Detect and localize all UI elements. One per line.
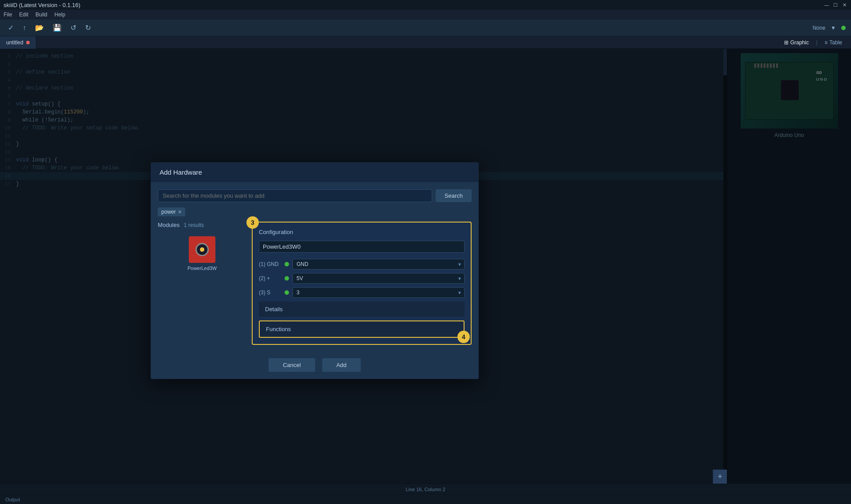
module-icon-ring [195,243,209,256]
modules-panel: Modules 1 results PowerLed3W [158,222,246,345]
pin-3-dot [285,290,289,295]
status-text: Line 16, Column 2 [406,487,445,492]
pin-3-select-wrapper: 3 ▼ [293,287,465,298]
modules-label: Modules [158,222,180,228]
pin-2-dot [285,276,289,281]
modal-body: Search power ✕ Modules 1 results [151,182,479,352]
menu-build[interactable]: Build [35,12,47,18]
pin-row-gnd: (1) GND GND ▼ [259,259,465,270]
graphic-label: Graphic [790,39,809,46]
details-section[interactable]: Details [259,301,465,317]
menu-help[interactable]: Help [55,12,66,18]
toolbar-right: None ▼ [812,25,846,31]
pin-row-s: (3) S 3 ▼ [259,287,465,298]
functions-label: Functions [266,326,291,332]
check-icon[interactable]: ✓ [5,23,16,33]
none-label: None [812,25,825,31]
tag-close-button[interactable]: ✕ [178,209,182,215]
search-input[interactable] [163,190,427,202]
module-name-powerled3w: PowerLed3W [187,266,217,271]
details-label: Details [265,306,283,313]
view-toggle: ⊞ Graphic | ≡ Table [781,39,851,47]
plus-button[interactable]: + [713,469,727,484]
functions-section[interactable]: Functions 4 [259,320,465,338]
config-panel: 3 Configuration (1) GND GND ▼ [252,222,472,345]
tag-row: power ✕ [158,207,472,216]
add-hardware-modal: Add Hardware Search power ✕ [151,162,479,379]
table-view-button[interactable]: ≡ Table [821,39,846,47]
module-icon-center [200,247,204,252]
modal-overlay: Add Hardware Search power ✕ [0,49,851,484]
graphic-view-button[interactable]: ⊞ Graphic [781,39,812,47]
table-icon: ≡ [824,39,828,46]
search-row: Search [158,189,472,202]
minimize-button[interactable]: — [824,2,830,8]
pin-row-plus: (2) + 5V ▼ [259,273,465,284]
modal-header: Add Hardware [151,162,479,182]
tab-untitled[interactable]: untitled [0,36,36,49]
save-icon[interactable]: 💾 [50,23,64,33]
main-area: 1 // include section 2 3 // define secti… [0,49,851,484]
green-dot [841,26,846,30]
config-title: Configuration [259,229,465,235]
status-bar: Line 16, Column 2 [0,484,851,494]
modal-footer: Cancel Add [151,352,479,379]
search-input-wrapper [158,189,432,202]
cancel-button[interactable]: Cancel [269,358,315,372]
pin-1-select-wrapper: GND ▼ [293,259,465,270]
pin-1-label: (1) GND [259,261,281,267]
step-4-badge: 4 [457,331,470,343]
grid-icon: ⊞ [784,39,789,46]
results-count: 1 results [184,222,204,228]
tab-modified-indicator [26,41,30,44]
modules-header: Modules 1 results [158,222,246,228]
toolbar-left: ✓ ↑ 📂 💾 ↺ ↻ [5,23,94,33]
app-title: skiiiD (Latest Version - 0.1.16) [4,2,80,8]
step-3-badge: 3 [246,216,259,229]
search-button[interactable]: Search [436,189,472,202]
open-icon[interactable]: 📂 [32,23,47,33]
title-bar: skiiiD (Latest Version - 0.1.16) — ☐ ✕ [0,0,851,10]
toolbar: ✓ ↑ 📂 💾 ↺ ↻ None ▼ [0,20,851,36]
module-icon-powerled3w [189,236,215,263]
pin-1-select[interactable]: GND [293,259,465,270]
pin-2-select-wrapper: 5V ▼ [293,273,465,284]
content-row: Modules 1 results PowerLed3W [158,222,472,345]
window-controls: — ☐ ✕ [824,2,847,8]
tag-label: power [161,209,176,215]
menu-edit[interactable]: Edit [19,12,28,18]
tab-bar: untitled ⊞ Graphic | ≡ Table [0,36,851,49]
menu-file[interactable]: File [4,12,12,18]
add-button[interactable]: Add [322,358,361,372]
output-label: Output [5,497,20,502]
close-button[interactable]: ✕ [841,2,847,8]
config-name-input[interactable] [259,241,465,253]
pin-1-dot [285,262,289,266]
pin-3-select[interactable]: 3 [293,287,465,298]
table-label: Table [829,39,842,46]
output-bar: Output [0,494,851,504]
upload-icon[interactable]: ↑ [20,23,29,33]
pin-2-select[interactable]: 5V [293,273,465,284]
dropdown-icon[interactable]: ▼ [831,25,836,31]
pin-3-label: (3) S [259,289,281,296]
module-item-powerled3w[interactable]: PowerLed3W [158,233,246,274]
undo-icon[interactable]: ↺ [68,23,79,33]
redo-icon[interactable]: ↻ [82,23,94,33]
modal-title: Add Hardware [160,168,202,176]
tag-power: power ✕ [158,207,185,216]
pin-2-label: (2) + [259,275,281,281]
tab-filename: untitled [6,39,23,46]
maximize-button[interactable]: ☐ [832,2,839,8]
menu-bar: File Edit Build Help [0,10,851,20]
